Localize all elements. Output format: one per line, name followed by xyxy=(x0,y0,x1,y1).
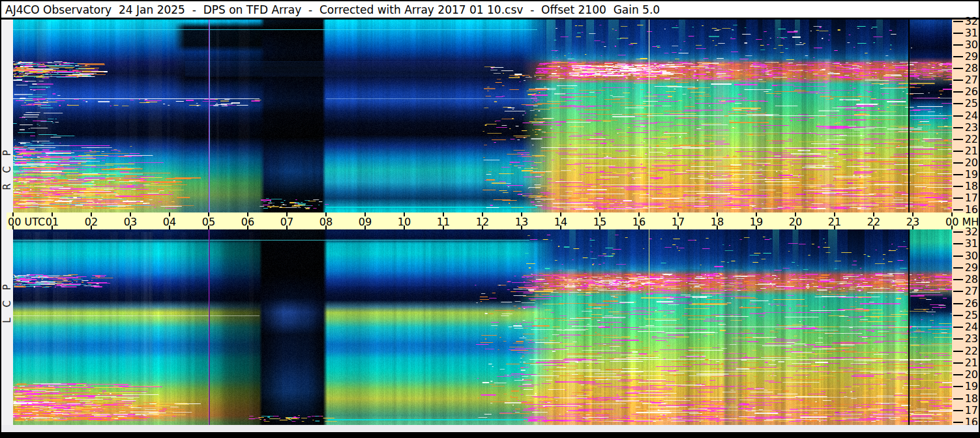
freq-tick-label: 26 xyxy=(962,86,978,98)
freq-tick xyxy=(953,115,963,117)
freq-tick-label: 30 xyxy=(962,39,978,51)
freq-tick xyxy=(953,243,963,244)
panel-label-rcp: R C P xyxy=(1,143,12,195)
freq-tick xyxy=(953,56,963,57)
freq-tick xyxy=(953,231,963,233)
time-tick-label: 18 xyxy=(711,216,724,228)
freq-tick-label: 19 xyxy=(962,381,978,392)
freq-tick-label: 18 xyxy=(962,181,978,192)
freq-tick-label: 29 xyxy=(962,262,978,274)
freq-tick-label: 27 xyxy=(962,285,978,297)
freq-tick xyxy=(953,351,963,352)
time-tick-label: 06 xyxy=(241,216,254,228)
time-tick-label: 11 xyxy=(437,216,450,228)
time-tick-label: 02 xyxy=(85,216,98,228)
freq-tick-label: 25 xyxy=(962,310,978,321)
freq-tick xyxy=(953,422,963,423)
freq-tick-label: 28 xyxy=(962,274,978,285)
freq-tick-label: 17 xyxy=(962,192,978,204)
freq-tick xyxy=(953,256,963,257)
time-tick-label: 07 xyxy=(280,216,293,228)
time-tick-label: 16 xyxy=(632,216,646,228)
time-tick-label: 04 xyxy=(163,216,176,228)
window-title: AJ4CO Observatory 24 Jan 2025 - DPS on T… xyxy=(5,3,660,16)
time-tick-label: 01 xyxy=(46,216,59,228)
freq-tick xyxy=(953,362,963,364)
freq-tick-label: 25 xyxy=(962,98,978,110)
freq-tick-label: 31 xyxy=(962,27,978,39)
freq-tick-label: 22 xyxy=(962,134,978,145)
freq-tick xyxy=(953,186,963,187)
freq-tick xyxy=(953,68,963,69)
time-tick-label: 03 xyxy=(124,216,137,228)
freq-tick xyxy=(953,398,963,400)
freq-tick-label: 22 xyxy=(962,345,978,357)
freq-tick xyxy=(953,162,963,164)
freq-tick xyxy=(953,80,963,81)
freq-tick xyxy=(953,151,963,152)
spectrogram-lcp xyxy=(13,229,952,425)
time-tick-label: 00 UTC xyxy=(8,216,45,228)
time-tick-label: 05 xyxy=(202,216,215,228)
freq-tick xyxy=(953,374,963,375)
time-tick-label: 10 xyxy=(398,216,411,228)
freq-tick-label: 20 xyxy=(962,157,978,169)
time-tick-label: 21 xyxy=(828,216,841,228)
freq-tick-label: 21 xyxy=(962,357,978,369)
freq-tick xyxy=(953,21,963,22)
freq-tick-label: 20 xyxy=(962,369,978,381)
freq-tick xyxy=(953,197,963,199)
time-tick-label: 14 xyxy=(554,216,567,228)
time-tick-label: 23 xyxy=(906,216,919,228)
time-tick-label: 09 xyxy=(359,216,372,228)
freq-tick-label: 27 xyxy=(962,74,978,86)
freq-tick-label: 32 xyxy=(962,226,978,238)
freq-tick-label: 19 xyxy=(962,169,978,181)
bottom-gap xyxy=(0,425,980,432)
freq-tick-label: 31 xyxy=(962,238,978,250)
freq-tick-label: 29 xyxy=(962,51,978,63)
freq-tick xyxy=(953,91,963,93)
time-tick-label: 08 xyxy=(319,216,333,228)
freq-tick xyxy=(953,279,963,280)
time-tick-label: 17 xyxy=(672,216,685,228)
frame-left xyxy=(0,0,1,438)
freq-tick xyxy=(953,267,963,269)
freq-tick xyxy=(953,174,963,175)
freq-tick-label: 17 xyxy=(962,405,978,416)
freq-tick xyxy=(953,315,963,316)
spectrograph-window: AJ4CO Observatory 24 Jan 2025 - DPS on T… xyxy=(0,0,980,438)
freq-tick-label: 18 xyxy=(962,393,978,405)
freq-tick xyxy=(953,386,963,387)
time-tick-label: 20 xyxy=(789,216,802,228)
time-tick-label: 22 xyxy=(867,216,880,228)
title-bar: AJ4CO Observatory 24 Jan 2025 - DPS on T… xyxy=(1,1,979,18)
freq-tick xyxy=(953,209,963,211)
freq-tick xyxy=(953,338,963,340)
frame-top xyxy=(0,0,980,1)
freq-tick xyxy=(953,127,963,128)
freq-tick-label: 23 xyxy=(962,122,978,134)
spectrogram-rcp xyxy=(13,20,952,212)
time-tick-label: 19 xyxy=(750,216,763,228)
freq-tick xyxy=(953,103,963,104)
freq-tick xyxy=(953,327,963,328)
bottom-bar xyxy=(0,432,980,438)
freq-tick xyxy=(953,44,963,46)
freq-tick-label: 21 xyxy=(962,145,978,157)
freq-tick-label: 24 xyxy=(962,321,978,333)
time-tick-label: 12 xyxy=(476,216,489,228)
freq-tick-label: 16 xyxy=(962,204,978,216)
freq-tick-label: 32 xyxy=(962,16,978,27)
freq-tick-label: 30 xyxy=(962,250,978,262)
freq-tick-label: 23 xyxy=(962,333,978,345)
freq-tick xyxy=(953,410,963,411)
freq-tick xyxy=(953,303,963,304)
panel-label-lcp: L C P xyxy=(1,276,12,328)
time-tick-label: 13 xyxy=(515,216,528,228)
freq-tick xyxy=(953,139,963,140)
freq-axis-lcp: 3231302928272625242322212019181716 xyxy=(952,229,980,425)
time-tick-label: 15 xyxy=(593,216,606,228)
freq-axis-rcp: 3231302928272625242322212019181716 xyxy=(952,20,980,212)
freq-tick-label: 28 xyxy=(962,63,978,74)
